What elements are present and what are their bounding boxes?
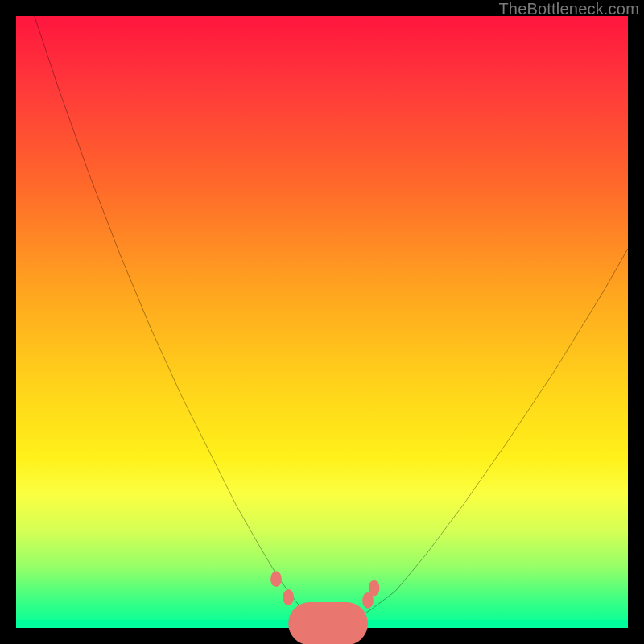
marker-dot bbox=[270, 571, 282, 587]
chart-frame: TheBottleneck.com bbox=[0, 0, 644, 644]
marker-dot bbox=[350, 605, 361, 621]
chart-svg bbox=[16, 16, 628, 628]
chart-plot-area bbox=[16, 16, 628, 628]
marker-dot bbox=[295, 605, 307, 621]
marker-dot bbox=[369, 580, 380, 597]
bottleneck-curve bbox=[16, 0, 628, 625]
marker-dot bbox=[283, 589, 294, 605]
